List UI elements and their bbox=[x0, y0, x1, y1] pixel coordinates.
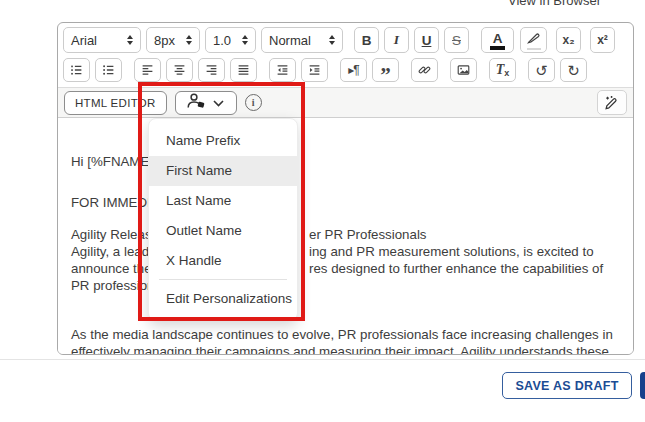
body-text-fragment: effectively managing their campaigns and… bbox=[71, 344, 609, 354]
outdent-button[interactable] bbox=[269, 58, 296, 82]
text-color-icon: A bbox=[490, 31, 505, 50]
align-center-button[interactable] bbox=[166, 58, 193, 82]
toolbar-row-tools: HTML EDITOR i bbox=[58, 87, 633, 118]
chevron-down-icon bbox=[213, 95, 224, 110]
strikethrough-button[interactable]: S bbox=[444, 27, 469, 53]
unordered-list-button[interactable] bbox=[95, 58, 122, 82]
font-size-value: 8px bbox=[154, 33, 175, 48]
ordered-list-icon bbox=[70, 62, 83, 78]
align-justify-icon bbox=[237, 62, 250, 78]
email-editor-screen: View in Browser Arial 8px 1.0 Normal B I… bbox=[0, 0, 645, 422]
font-size-select[interactable]: 8px bbox=[146, 27, 200, 53]
align-left-icon bbox=[141, 62, 154, 78]
ai-writing-assistant-button[interactable] bbox=[597, 90, 627, 115]
next-button-partial[interactable] bbox=[640, 372, 645, 399]
menu-item-last-name[interactable]: Last Name bbox=[149, 186, 297, 216]
clear-formatting-icon: T bbox=[496, 62, 505, 78]
font-family-select[interactable]: Arial bbox=[63, 27, 141, 53]
outdent-icon bbox=[276, 62, 289, 78]
text-color-button[interactable]: A bbox=[481, 27, 514, 53]
blockquote-button[interactable]: ” bbox=[372, 58, 399, 82]
magic-pencil-icon bbox=[604, 94, 620, 112]
indent-icon bbox=[308, 62, 321, 78]
align-center-icon bbox=[173, 62, 186, 78]
bold-button[interactable]: B bbox=[354, 27, 379, 53]
select-arrows-icon bbox=[186, 35, 192, 45]
align-right-button[interactable] bbox=[198, 58, 225, 82]
select-arrows-icon bbox=[329, 35, 335, 45]
align-justify-button[interactable] bbox=[230, 58, 257, 82]
paragraph-direction-icon: ▸¶ bbox=[348, 63, 358, 77]
body-text-fragment: er PR Professionals bbox=[309, 227, 427, 242]
save-as-draft-button[interactable]: SAVE AS DRAFT bbox=[502, 372, 632, 399]
italic-button[interactable]: I bbox=[384, 27, 409, 53]
link-icon bbox=[418, 62, 431, 78]
line-height-value: 1.0 bbox=[213, 33, 231, 48]
rich-text-editor: Arial 8px 1.0 Normal B I U S A bbox=[57, 22, 634, 355]
superscript-button[interactable]: x² bbox=[590, 27, 615, 53]
highlight-color-button[interactable] bbox=[520, 27, 547, 53]
html-editor-button[interactable]: HTML EDITOR bbox=[64, 91, 167, 115]
email-body-editable[interactable]: Hi [%FNAME% FOR IMMEDIA Agility Release … bbox=[58, 118, 633, 354]
insert-link-button[interactable] bbox=[411, 58, 438, 82]
paragraph-format-value: Normal bbox=[269, 33, 311, 48]
personalization-menu: Name Prefix First Name Last Name Outlet … bbox=[148, 118, 298, 321]
toolbar-row-formatting: Arial 8px 1.0 Normal B I U S A bbox=[58, 23, 633, 57]
menu-item-first-name[interactable]: First Name bbox=[149, 156, 297, 186]
line-height-select[interactable]: 1.0 bbox=[205, 27, 256, 53]
body-text-fragment: FOR IMMEDIA bbox=[71, 195, 160, 210]
select-arrows-icon bbox=[127, 35, 133, 45]
body-text-fragment: As the media landscape continues to evol… bbox=[71, 327, 613, 342]
body-text-fragment: ing and PR measurement solutions, is exc… bbox=[309, 244, 594, 259]
ordered-list-button[interactable] bbox=[63, 58, 90, 82]
redo-button[interactable]: ↻ bbox=[560, 58, 587, 82]
undo-button[interactable]: ↺ bbox=[528, 58, 555, 82]
menu-item-edit-personalizations[interactable]: Edit Personalizations bbox=[149, 284, 297, 314]
menu-item-name-prefix[interactable]: Name Prefix bbox=[149, 126, 297, 156]
underline-button[interactable]: U bbox=[414, 27, 439, 53]
personalization-person-icon bbox=[187, 93, 206, 112]
body-text-fragment: res designed to further enhance the capa… bbox=[309, 261, 603, 276]
subscript-button[interactable]: x₂ bbox=[556, 27, 581, 53]
image-icon bbox=[457, 62, 470, 78]
menu-item-x-handle[interactable]: X Handle bbox=[149, 246, 297, 276]
clear-formatting-button[interactable]: Tx bbox=[489, 58, 516, 82]
body-text-fragment: Agility, a leadin bbox=[71, 244, 159, 259]
paragraph-format-select[interactable]: Normal bbox=[261, 27, 343, 53]
highlighter-pen-icon bbox=[527, 31, 541, 50]
select-arrows-icon bbox=[242, 35, 248, 45]
view-in-browser-link[interactable]: View in Browser bbox=[508, 0, 601, 8]
indent-button[interactable] bbox=[301, 58, 328, 82]
footer-divider bbox=[0, 359, 645, 360]
menu-divider bbox=[159, 279, 287, 280]
align-right-icon bbox=[205, 62, 218, 78]
info-icon[interactable]: i bbox=[245, 94, 262, 111]
redo-icon: ↻ bbox=[567, 63, 580, 78]
unordered-list-icon bbox=[102, 62, 115, 78]
menu-item-outlet-name[interactable]: Outlet Name bbox=[149, 216, 297, 246]
undo-icon: ↺ bbox=[535, 63, 548, 78]
align-left-button[interactable] bbox=[134, 58, 161, 82]
paragraph-direction-button[interactable]: ▸¶ bbox=[340, 58, 367, 82]
body-text-fragment: announce the r bbox=[71, 261, 160, 276]
body-text-fragment: Agility Release bbox=[71, 227, 159, 242]
toolbar-row-paragraph: ▸¶ ” Tx ↺ ↻ bbox=[58, 57, 633, 87]
font-family-value: Arial bbox=[71, 33, 97, 48]
personalization-dropdown-button[interactable] bbox=[175, 91, 237, 115]
insert-image-button[interactable] bbox=[450, 58, 477, 82]
